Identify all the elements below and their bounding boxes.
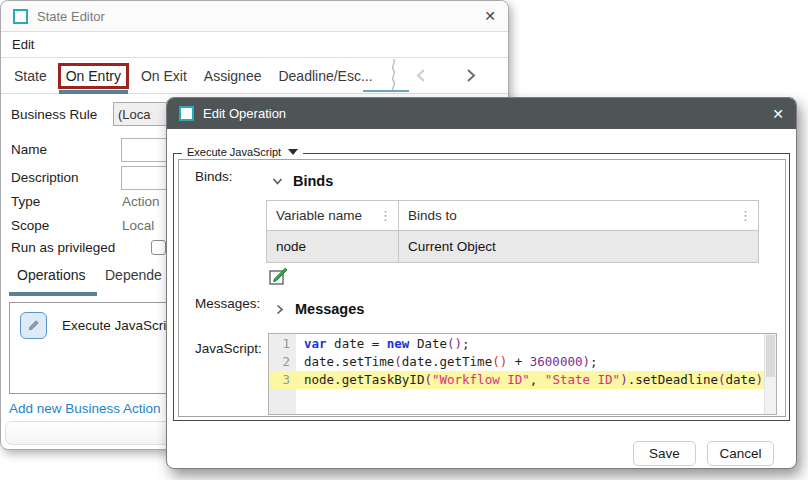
chevron-down-icon: [271, 175, 284, 188]
column-label: Variable name: [276, 208, 362, 223]
line-number: 3: [269, 371, 296, 389]
binds-table: Variable name ⋮ Binds to ⋮ node Current …: [266, 200, 759, 263]
messages-section-title: Messages: [295, 301, 364, 317]
tab-prev-icon[interactable]: [414, 68, 429, 83]
tab-on-exit[interactable]: On Exit: [140, 66, 188, 86]
column-header-variable-name[interactable]: Variable name ⋮: [267, 201, 399, 231]
tab-strip: State On Entry On Exit Assignee Deadline…: [1, 58, 508, 94]
kebab-icon[interactable]: ⋮: [379, 209, 392, 222]
tab-assignee[interactable]: Assignee: [203, 66, 263, 86]
binds-field-label: Binds:: [195, 169, 233, 184]
cancel-button[interactable]: Cancel: [707, 441, 774, 466]
line-number: 1: [269, 335, 296, 353]
code-line[interactable]: 2date.setTime(date.getTime() + 3600000);: [269, 353, 765, 371]
kebab-icon[interactable]: ⋮: [739, 209, 752, 222]
pencil-icon: [27, 319, 40, 332]
code-editor-scrollbar[interactable]: [764, 334, 776, 414]
scope-label: Scope: [11, 218, 49, 233]
subtab-active-underline: [9, 292, 97, 296]
business-rule-label: Business Rule: [11, 107, 97, 122]
tab-scroll-indicator: [363, 90, 409, 92]
operation-list-label: Execute JavaScript: [62, 318, 178, 333]
messages-section-header[interactable]: Messages: [273, 301, 364, 317]
column-header-binds-to[interactable]: Binds to ⋮: [399, 201, 759, 231]
scope-value: Local: [122, 218, 154, 233]
tab-next-icon[interactable]: [463, 68, 478, 83]
menubar: Edit: [1, 32, 508, 58]
type-label: Type: [11, 194, 40, 209]
operation-type-label: Execute JavaScript: [187, 146, 281, 158]
window-icon: [179, 106, 194, 121]
run-as-privileged-label: Run as privileged: [11, 240, 115, 255]
column-label: Binds to: [408, 208, 457, 223]
menu-item-edit[interactable]: Edit: [12, 37, 34, 52]
description-label: Description: [11, 170, 79, 185]
run-as-privileged-checkbox[interactable]: [151, 240, 166, 255]
dropdown-triangle-icon: [288, 149, 298, 155]
code-line[interactable]: 3node.getTaskByID("Workflow ID", "State …: [269, 371, 765, 389]
close-icon[interactable]: ✕: [772, 107, 784, 121]
name-label: Name: [11, 142, 47, 157]
cell-binds-to[interactable]: Current Object: [399, 231, 759, 263]
operation-type-selector[interactable]: Execute JavaScript: [182, 146, 303, 158]
binds-section-header[interactable]: Binds: [271, 173, 333, 189]
dialog-title: Edit Operation: [203, 106, 763, 121]
chevron-right-icon: [273, 303, 286, 316]
save-button[interactable]: Save: [633, 441, 696, 466]
binds-table-header-row: Variable name ⋮ Binds to ⋮: [267, 201, 759, 231]
tab-deadline-escalation[interactable]: Deadline/Esc...: [277, 66, 373, 86]
messages-field-label: Messages:: [195, 296, 260, 311]
code-line[interactable]: 1var date = new Date();: [269, 335, 765, 353]
edit-operation-titlebar[interactable]: Edit Operation ✕: [167, 98, 796, 129]
table-row[interactable]: node Current Object: [267, 231, 759, 263]
state-editor-titlebar[interactable]: State Editor ✕: [1, 1, 508, 32]
window-icon: [13, 9, 28, 24]
edit-operation-button[interactable]: [20, 312, 47, 339]
add-business-action-link[interactable]: Add new Business Action: [9, 401, 161, 416]
tab-on-entry[interactable]: On Entry: [58, 63, 129, 89]
cell-variable-name[interactable]: node: [267, 231, 399, 263]
subtab-dependencies[interactable]: Depende: [105, 267, 162, 283]
code-lines[interactable]: 1var date = new Date();2date.setTime(dat…: [269, 335, 765, 389]
add-row-icon[interactable]: [268, 267, 288, 287]
line-number: 2: [269, 353, 296, 371]
window-title: State Editor: [37, 9, 475, 24]
type-value: Action: [122, 194, 160, 209]
edit-operation-dialog: Edit Operation ✕ Execute JavaScript Bind…: [166, 97, 797, 469]
tab-state[interactable]: State: [13, 66, 48, 86]
javascript-code-editor[interactable]: 1var date = new Date();2date.setTime(dat…: [268, 333, 777, 415]
binds-section-title: Binds: [293, 173, 333, 189]
close-icon[interactable]: ✕: [484, 9, 496, 23]
subtab-operations[interactable]: Operations: [17, 267, 85, 283]
javascript-field-label: JavaScript:: [195, 341, 262, 356]
torn-edge-icon: [389, 59, 398, 93]
scrollbar-thumb[interactable]: [766, 335, 775, 377]
